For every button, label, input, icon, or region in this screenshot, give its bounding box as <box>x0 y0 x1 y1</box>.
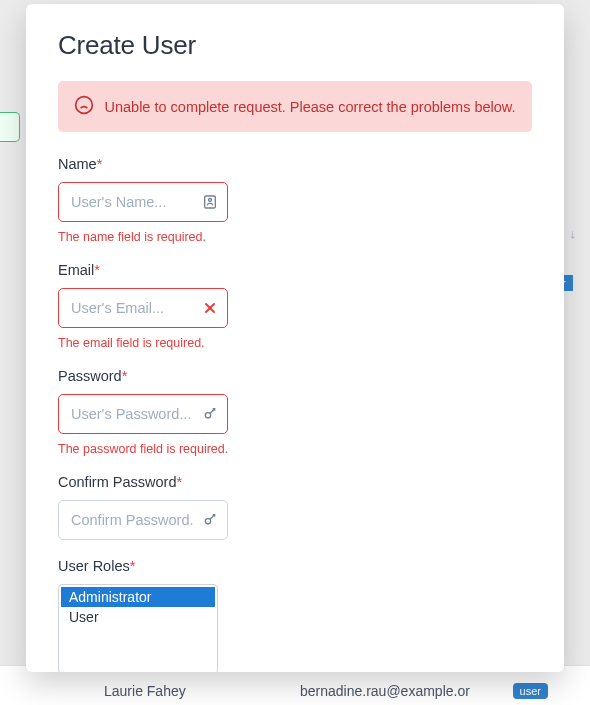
svg-point-8 <box>205 519 210 524</box>
confirm-password-label: Confirm Password* <box>58 474 532 490</box>
frown-icon <box>74 95 94 118</box>
svg-point-7 <box>205 413 210 418</box>
key-icon <box>202 512 218 528</box>
password-label: Password* <box>58 368 532 384</box>
confirm-password-label-text: Confirm Password <box>58 474 176 490</box>
role-option-user[interactable]: User <box>61 607 215 627</box>
required-marker: * <box>122 368 128 384</box>
modal-scroll-area[interactable]: Create User Unable to complete request. … <box>26 4 564 672</box>
svg-point-0 <box>76 97 93 114</box>
password-error: The password field is required. <box>58 442 532 456</box>
name-label-text: Name <box>58 156 97 172</box>
contact-card-icon <box>202 194 218 210</box>
svg-point-4 <box>209 199 212 202</box>
name-error: The name field is required. <box>58 230 532 244</box>
required-marker: * <box>176 474 182 490</box>
field-email: Email* The email field is required. <box>58 262 532 350</box>
modal-title: Create User <box>58 30 532 61</box>
field-name: Name* The name field is required. <box>58 156 532 244</box>
required-marker: * <box>97 156 103 172</box>
field-confirm-password: Confirm Password* <box>58 474 532 540</box>
error-alert: Unable to complete request. Please corre… <box>58 81 532 132</box>
roles-label: User Roles* <box>58 558 532 574</box>
modal-overlay: Create User Unable to complete request. … <box>0 0 590 705</box>
required-marker: * <box>94 262 100 278</box>
clear-icon[interactable] <box>202 300 218 316</box>
email-label-text: Email <box>58 262 94 278</box>
field-password: Password* The password field is required… <box>58 368 532 456</box>
email-label: Email* <box>58 262 532 278</box>
create-user-modal: Create User Unable to complete request. … <box>26 4 564 672</box>
name-label: Name* <box>58 156 532 172</box>
field-user-roles: User Roles* Administrator User <box>58 558 532 672</box>
password-label-text: Password <box>58 368 122 384</box>
key-icon <box>202 406 218 422</box>
required-marker: * <box>130 558 136 574</box>
email-error: The email field is required. <box>58 336 532 350</box>
role-option-administrator[interactable]: Administrator <box>61 587 215 607</box>
roles-label-text: User Roles <box>58 558 130 574</box>
error-alert-text: Unable to complete request. Please corre… <box>104 99 515 115</box>
roles-listbox[interactable]: Administrator User <box>58 584 218 672</box>
